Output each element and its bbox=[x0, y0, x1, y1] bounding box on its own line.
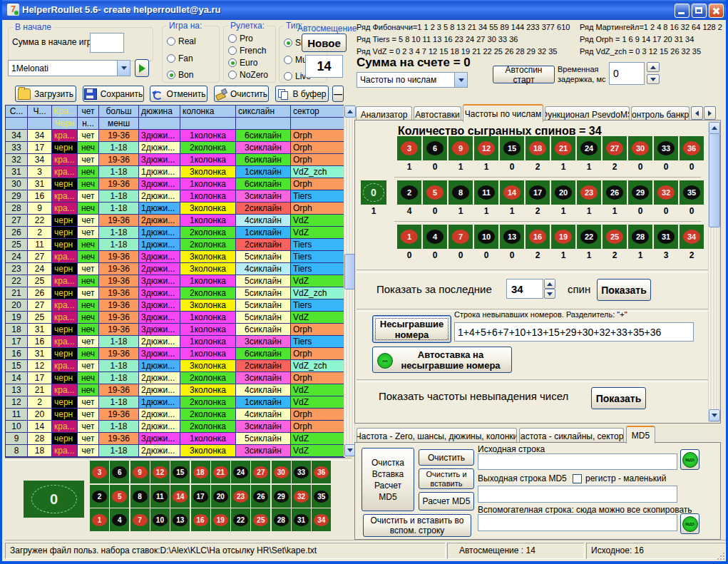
board-cell[interactable]: 34 bbox=[312, 508, 331, 531]
board-cell[interactable]: 18 bbox=[191, 461, 210, 483]
board-cell[interactable]: 21 bbox=[211, 461, 230, 483]
board-cell[interactable]: 24 bbox=[577, 136, 601, 160]
board-cell[interactable]: 34 bbox=[680, 225, 704, 249]
board-cell[interactable]: 36 bbox=[312, 461, 331, 483]
table-row[interactable]: 1014кра...чет1-182дюжи...2колонка3сиклай… bbox=[6, 421, 344, 433]
board-cell[interactable]: 7 bbox=[448, 225, 473, 249]
md5-source-input[interactable] bbox=[478, 453, 677, 470]
mode-combobox[interactable]: Частоты по числам bbox=[357, 72, 468, 88]
header-cell[interactable]: сикслайн bbox=[236, 106, 291, 118]
table-row[interactable]: 2511черннеч1-181дюжи...2колонка2сиклайнT… bbox=[6, 239, 344, 251]
header-cell[interactable]: дюжина bbox=[139, 106, 180, 118]
board-cell[interactable]: 14 bbox=[500, 180, 524, 205]
chevron-down-icon[interactable] bbox=[117, 61, 130, 76]
board-cell[interactable]: 29 bbox=[628, 180, 652, 205]
board-cell[interactable]: 14 bbox=[170, 485, 190, 508]
board-cell[interactable]: 22 bbox=[577, 225, 601, 249]
board-cell[interactable]: 3 bbox=[90, 461, 109, 483]
board-cell[interactable]: 15 bbox=[500, 136, 524, 160]
scroll-up-icon[interactable] bbox=[344, 106, 356, 118]
preset-combobox[interactable]: 1Melonati bbox=[8, 60, 130, 76]
freq-missing-show-button[interactable]: Показать bbox=[591, 387, 646, 409]
board-cell[interactable]: 24 bbox=[231, 461, 250, 483]
board-cell[interactable]: 23 bbox=[577, 180, 601, 205]
show-last-input[interactable]: 34 bbox=[506, 279, 543, 299]
radio-option-bon[interactable]: Bon bbox=[167, 70, 193, 80]
board-cell[interactable]: 27 bbox=[251, 461, 270, 483]
board-cell[interactable]: 35 bbox=[312, 485, 331, 508]
board-cell[interactable]: 28 bbox=[628, 225, 652, 249]
show-last-down-icon[interactable] bbox=[544, 289, 555, 299]
maximize-button[interactable] bbox=[692, 4, 707, 18]
board-cell[interactable]: 5 bbox=[423, 180, 447, 205]
board-cell[interactable]: 9 bbox=[448, 136, 473, 160]
toolbar-undo-button[interactable]: Отменить bbox=[150, 86, 207, 102]
header-cell[interactable]: н... bbox=[78, 118, 99, 130]
board-cell[interactable]: 33 bbox=[292, 461, 311, 483]
board-cell[interactable]: 4 bbox=[110, 508, 129, 531]
table-row[interactable]: 2027кра...неч19-363дюжи...3колонка5сикла… bbox=[6, 299, 344, 312]
board-cell[interactable]: 11 bbox=[150, 485, 170, 508]
table-row[interactable]: 1925кра...неч19-363дюжи...1колонка5сикла… bbox=[6, 312, 344, 324]
md5-run-aux-button[interactable]: МД5 bbox=[680, 513, 699, 534]
board-cell[interactable]: 3 bbox=[397, 136, 421, 160]
table-row[interactable]: 3234кра...чет19-363дюжи...1колонка6сикла… bbox=[6, 154, 344, 166]
board-cell[interactable]: 17 bbox=[526, 180, 550, 205]
board-cell[interactable]: 23 bbox=[231, 485, 250, 508]
board-cell[interactable]: 25 bbox=[251, 508, 270, 531]
board-cell[interactable]: 2 bbox=[397, 180, 421, 205]
scroll-up-icon[interactable] bbox=[709, 122, 720, 134]
zero-cell[interactable]: 0 bbox=[361, 180, 386, 205]
md5-big-button[interactable]: Очистка Вставка Расчет MD5 bbox=[362, 448, 414, 511]
board-cell[interactable]: 22 bbox=[231, 508, 250, 531]
board-cell[interactable]: 10 bbox=[150, 508, 170, 531]
table-row[interactable]: 1120чернчет19-362дюжи...2колонка4сиклайн… bbox=[6, 409, 344, 421]
delay-down-icon[interactable] bbox=[647, 74, 660, 84]
board-cell[interactable]: 1 bbox=[397, 225, 421, 249]
autoshift-value[interactable]: 14 bbox=[305, 55, 343, 78]
board-cell[interactable]: 19 bbox=[211, 508, 230, 531]
board-cell[interactable]: 8 bbox=[448, 180, 473, 205]
spins-table[interactable]: С...Ч...Кра...четбольшдюжинаколонкасиксл… bbox=[5, 105, 345, 458]
table-row[interactable]: 1631черннеч19-363дюжи...1колонка6сиклайн… bbox=[6, 348, 344, 360]
board-cell[interactable]: 17 bbox=[191, 485, 210, 508]
board-cell[interactable]: 10 bbox=[474, 225, 498, 249]
table-row[interactable]: 2126чернчет19-363дюжи...2колонка5сиклайн… bbox=[6, 287, 344, 299]
radio-option-fan[interactable]: Fan bbox=[167, 53, 193, 63]
board-cell[interactable]: 13 bbox=[170, 508, 190, 531]
md5-clear-button[interactable]: Очистить bbox=[419, 449, 474, 466]
header-cell[interactable]: менш bbox=[99, 118, 139, 130]
table-row[interactable]: 3317черннеч1-182дюжи...2колонка3сиклайнO… bbox=[6, 142, 344, 154]
md5-clear-paste-aux-button[interactable]: Очистить и вставить во вспом. строку bbox=[363, 514, 471, 537]
board-cell[interactable]: 11 bbox=[474, 180, 498, 205]
freq-scrollbar-thumb[interactable] bbox=[709, 133, 720, 227]
tabs-scroll-right-icon[interactable] bbox=[704, 106, 716, 120]
table-row[interactable]: 1831черннеч19-363дюжи...1колонка6сиклайн… bbox=[6, 324, 344, 336]
radio-option-euro[interactable]: Euro bbox=[228, 58, 257, 68]
table-row[interactable]: 818кра...чет1-182дюжи...3колонка3сиклайн… bbox=[6, 445, 344, 457]
board-cell[interactable]: 20 bbox=[551, 180, 575, 205]
board-cell[interactable]: 30 bbox=[628, 136, 652, 160]
freq-panel-scrollbar[interactable] bbox=[708, 121, 719, 422]
delay-input[interactable]: 0 bbox=[609, 62, 645, 85]
md5-calc-button[interactable]: Расчет MD5 bbox=[419, 492, 474, 511]
board-cell[interactable]: 9 bbox=[130, 461, 150, 483]
show-button[interactable]: Показать bbox=[597, 279, 651, 301]
board-cell[interactable]: 36 bbox=[680, 136, 704, 160]
table-row[interactable]: 1321кра...неч19-362дюжи...3колонка4сикла… bbox=[6, 384, 344, 396]
lower-tab-1[interactable]: Частота - Zero, шансы, дюжины, колонки bbox=[357, 428, 517, 443]
table-row[interactable]: 313кра...неч1-181дюжи...3колонка1сиклайн… bbox=[6, 166, 344, 178]
board-cell[interactable]: 35 bbox=[680, 180, 704, 205]
board-cell[interactable]: 6 bbox=[110, 461, 129, 483]
board-cell[interactable]: 6 bbox=[423, 136, 447, 160]
toolbar-load-button[interactable]: Загрузить bbox=[15, 86, 76, 102]
header-cell[interactable]: больш bbox=[99, 106, 139, 118]
minimize-button[interactable] bbox=[675, 4, 689, 18]
table-row[interactable]: 3434кра...чет19-363дюжи...1колонка6сикла… bbox=[6, 130, 344, 142]
table-row[interactable]: 928чернчет19-363дюжи...1колонка5сиклайнV… bbox=[6, 433, 344, 445]
tab-3[interactable]: Частоты по числам bbox=[463, 104, 543, 122]
toolbar-copy-button[interactable]: В буфер bbox=[275, 86, 329, 102]
board-cell[interactable]: 25 bbox=[603, 225, 627, 249]
board-cell[interactable]: 5 bbox=[110, 485, 129, 508]
table-row[interactable]: 1417черннеч1-182дюжи...2колонка3сиклайнO… bbox=[6, 372, 344, 384]
